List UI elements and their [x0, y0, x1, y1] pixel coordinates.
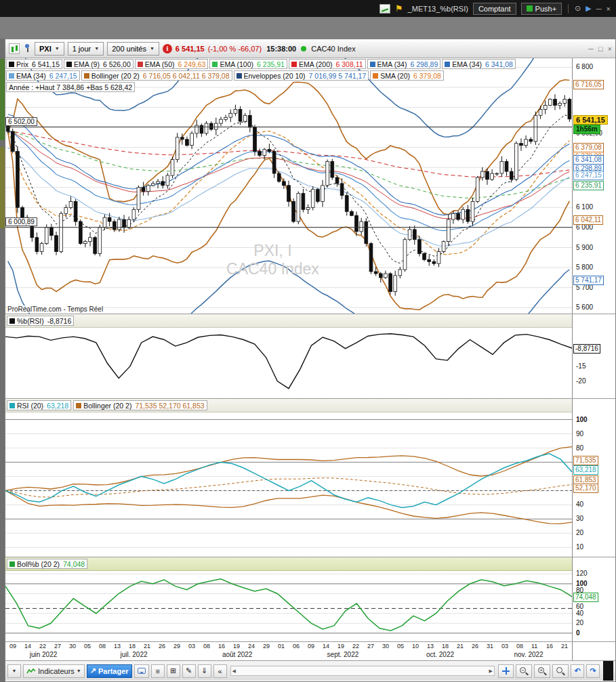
price-axis[interactable]: 6 8006 716,056 541,151h56m6 502,006 379,… — [572, 58, 615, 314]
workspace-flag-icon[interactable]: ⚑ — [395, 3, 403, 14]
pb-rsi-axis[interactable]: -8,8716-15-20 — [572, 314, 615, 398]
window-minimize-icon[interactable]: ─ — [588, 45, 594, 53]
legend-chip[interactable]: Bollinger (20 2)71,535 52,170 61,853 — [73, 400, 207, 410]
background-window-edge — [0, 39, 5, 682]
indicator-legend: Prix6 541,15EMA (9)6 526,00EMA (50)6 249… — [6, 59, 516, 93]
legend-label: SMA (20) — [380, 72, 410, 80]
legend-chip[interactable]: %b(RSI)-8,8716 — [7, 316, 74, 326]
legend-value: 7 016,99 5 741,17 — [309, 72, 367, 80]
axis-label: 40 — [573, 500, 583, 509]
undo-button[interactable]: ↶ — [571, 664, 584, 678]
legend-chip[interactable]: Boll%b (20 2)74,048 — [7, 559, 87, 569]
notes-button[interactable]: ≡ — [151, 664, 165, 678]
chevron-down-icon: ▼ — [55, 46, 60, 51]
rsi-plot[interactable]: RSI (20)63,218Bollinger (20 2)71,535 52,… — [5, 399, 572, 557]
x-tick-label: 21 — [457, 643, 464, 649]
price-plot[interactable]: Prix6 541,15EMA (9)6 526,00EMA (50)6 249… — [5, 58, 572, 314]
x-tick-label: 21 — [561, 643, 568, 649]
horizontal-line-label[interactable]: 6 502,00 — [5, 117, 37, 126]
scroll-right-icon[interactable]: ▶ — [489, 668, 493, 674]
zoom-out-button[interactable]: − — [516, 664, 532, 678]
x-tick-label: 31 — [487, 643, 493, 649]
color-swatch — [76, 403, 81, 408]
legend-chip[interactable]: Bollinger (20 2)6 716,05 6 042,11 6 379,… — [81, 70, 232, 81]
scroll-left-icon[interactable]: ◀ — [232, 668, 236, 674]
symbol-select[interactable]: PXI▼ — [35, 42, 64, 56]
bollb-plot[interactable]: Boll%b (20 2)74,048 — [5, 557, 572, 641]
table-button[interactable]: ⊞ — [167, 664, 180, 678]
rsi-canvas[interactable] — [5, 412, 572, 557]
axis-label: 52,170 — [573, 484, 598, 493]
bollb-canvas[interactable] — [5, 571, 572, 641]
legend-chip[interactable]: EMA (200)6 308,11 — [289, 59, 366, 69]
legend-chip[interactable]: Année : +Haut 7 384,86 +Bas 5 628,42 — [6, 82, 135, 92]
zoom-box-button[interactable] — [552, 664, 569, 678]
corner-resize-button[interactable] — [603, 661, 613, 681]
legend-chip[interactable]: Prix6 541,15 — [6, 59, 62, 69]
horizontal-line-label[interactable]: 6 000,89 — [5, 217, 37, 226]
legend-chip[interactable]: EMA (34)6 298,89 — [367, 59, 441, 69]
share-button[interactable]: ↗Partager — [87, 664, 132, 678]
x-tick-label: 05 — [84, 643, 91, 649]
color-swatch — [370, 62, 375, 67]
rsi-axis[interactable]: 100908071,53563,21861,85352,17040302010 — [572, 399, 615, 557]
window-maximize-icon[interactable]: □ — [598, 45, 603, 53]
horizontal-scrollbar[interactable]: ◀ ▶ — [230, 666, 495, 676]
x-tick-label: 09 — [9, 643, 16, 649]
chart-window-icon[interactable] — [379, 4, 390, 14]
indicators-button[interactable]: Indicateurs ▼ — [23, 664, 85, 678]
axis-label: 30 — [573, 515, 583, 523]
x-tick-label: 29 — [173, 643, 180, 649]
window-close-icon[interactable]: × — [608, 45, 612, 53]
color-swatch — [9, 403, 15, 408]
comment-button[interactable] — [134, 664, 149, 678]
legend-label: Année : +Haut 7 384,86 +Bas 5 628,42 — [9, 83, 132, 91]
legend-label: EMA (34) — [16, 72, 46, 80]
collapse-toolbar-button[interactable]: « — [213, 664, 227, 678]
x-tick-label: 27 — [54, 643, 61, 649]
minimize-icon[interactable]: ─ — [596, 5, 602, 13]
legend-value: 6 247,15 — [49, 72, 77, 80]
pin-icon[interactable]: ⊙ — [575, 4, 581, 13]
push-button[interactable]: Push+ — [521, 3, 562, 15]
x-tick-label: 19 — [233, 643, 240, 649]
x-tick-label: 10 — [412, 643, 419, 649]
pan-button[interactable] — [498, 664, 514, 678]
legend-chip[interactable]: EMA (34)6 247,15 — [6, 70, 80, 81]
legend-chip[interactable]: EMA (34)6 341,08 — [442, 59, 516, 69]
legend-chip[interactable]: EMA (100)6 235,91 — [209, 59, 287, 69]
pin-tool-icon[interactable] — [23, 43, 31, 54]
redo-button[interactable]: ↷ — [586, 664, 600, 678]
legend-chip[interactable]: RSI (20)63,218 — [7, 400, 71, 410]
bollb-axis[interactable]: 1201008074,0486040200 — [572, 557, 615, 641]
legend-chip[interactable]: EMA (50)6 249,63 — [135, 59, 209, 69]
detach-icon[interactable]: ▶ — [586, 4, 591, 13]
layout-dropdown[interactable]: ▼ — [7, 664, 21, 678]
units-select[interactable]: 200 unités▼ — [107, 42, 159, 56]
instrument-name: CAC40 Index — [311, 45, 355, 53]
info-icon[interactable]: i — [163, 44, 172, 54]
pb-rsi-header: %b(RSI)-8,8716 — [5, 314, 572, 328]
x-tick-label: 05 — [397, 643, 404, 649]
legend-chip[interactable]: Enveloppes (20 10)7 016,99 5 741,17 — [234, 70, 369, 81]
draw-button[interactable]: ✎ — [182, 664, 196, 678]
pb-rsi-plot[interactable]: %b(RSI)-8,8716 — [5, 314, 572, 398]
x-tick-label: 21 — [144, 643, 150, 649]
legend-value: 74,048 — [63, 560, 85, 568]
download-button[interactable]: ⇓ — [198, 664, 211, 678]
period-select[interactable]: 1 jour▼ — [68, 42, 104, 56]
x-tick-label: 27 — [367, 643, 374, 649]
zoom-in-button[interactable]: + — [534, 664, 550, 678]
legend-chip[interactable]: SMA (20)6 379,08 — [370, 70, 444, 81]
legend-label: EMA (9) — [74, 60, 100, 68]
axis-label: -20 — [573, 377, 586, 385]
axis-label: 90 — [573, 430, 583, 438]
time-axis[interactable]: 0914222730050813182126290308161924290106… — [5, 642, 615, 661]
x-tick-label: 11 — [531, 643, 537, 649]
close-icon[interactable]: × — [607, 5, 611, 13]
legend-chip[interactable]: EMA (9)6 526,00 — [64, 59, 134, 69]
pb-rsi-canvas[interactable] — [5, 328, 572, 398]
chart-style-icon[interactable] — [9, 43, 20, 54]
comptant-button[interactable]: Comptant — [473, 3, 516, 15]
redo-icon: ↷ — [590, 666, 596, 675]
